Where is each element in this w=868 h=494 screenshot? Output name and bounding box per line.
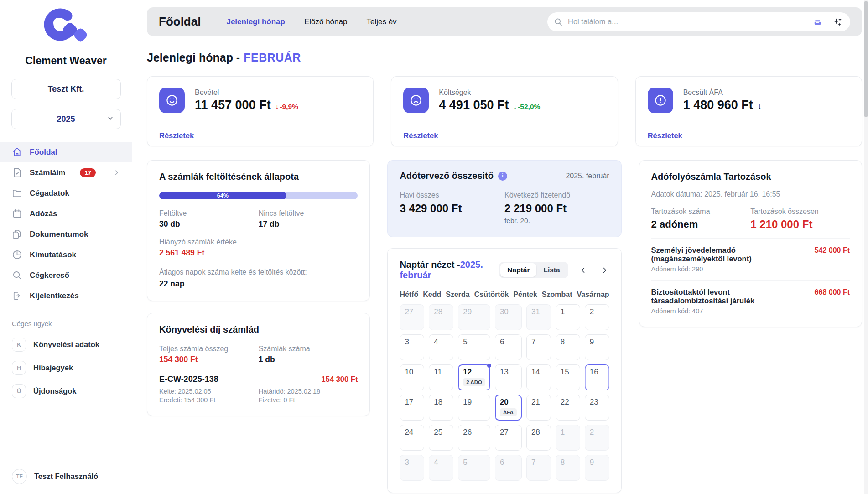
calendar-day-cell[interactable]: 27 xyxy=(495,425,522,451)
alert-circle-icon xyxy=(648,88,673,113)
sidebar-item-cegkereso[interactable]: Cégkereső xyxy=(0,265,132,286)
calendar-day-cell[interactable]: 24 xyxy=(400,425,424,451)
calendar-day-cell[interactable]: 2 xyxy=(585,425,609,451)
chevron-right-icon[interactable] xyxy=(600,265,609,275)
calendar-day-cell[interactable]: 23 xyxy=(585,395,609,421)
details-link[interactable]: Részletek xyxy=(159,131,194,140)
tab-jelenlegi-honap[interactable]: Jelenlegi hónap xyxy=(226,17,285,26)
sidebar: Clement Weaver Teszt Kft. 2025 Főoldal xyxy=(0,0,132,494)
calendar-day-cell[interactable]: 14 xyxy=(526,364,551,390)
calendar-day-cell[interactable]: 3 xyxy=(400,334,424,360)
chevron-left-icon[interactable] xyxy=(578,265,588,275)
sidebar-item-kijelentkezes[interactable]: Kijelentkezés xyxy=(0,286,132,306)
main-content: Főoldal Jelenlegi hónap Előző hónap Telj… xyxy=(132,0,868,494)
sidebar-item-hibajegyek[interactable]: H Hibajegyek xyxy=(0,356,132,380)
sparkles-icon[interactable] xyxy=(832,16,843,27)
sidebar-item-dokumentumok[interactable]: Dokumentumok xyxy=(0,224,132,244)
calendar-day-cell[interactable]: 1 xyxy=(556,425,580,451)
letter-u-icon: Ú xyxy=(12,384,26,398)
company-selector[interactable]: Teszt Kft. xyxy=(11,79,121,99)
details-link[interactable]: Részletek xyxy=(648,131,682,140)
calendar-day-cell[interactable]: 27 xyxy=(400,304,424,330)
calendar-day-cell[interactable]: 20 ÁFA xyxy=(495,395,522,421)
calendar-event-badge: 2 ADÓ xyxy=(463,378,485,386)
calendar-day-cell[interactable]: 8 xyxy=(556,455,580,481)
calendar-day-cell[interactable]: 28 xyxy=(429,304,453,330)
stat-card-becsult-afa: Becsült ÁFA 1 480 960 Ft ↓ Részletek xyxy=(635,76,862,146)
invoice-paid: Fizetve: 0 Ft xyxy=(259,396,358,404)
arrow-down-icon: ↓ xyxy=(513,103,517,111)
calendar-day-cell[interactable]: 12 2 ADÓ xyxy=(458,364,490,390)
invoice-row[interactable]: E-CW-2025-138 154 300 Ft xyxy=(159,374,358,384)
calendar-day-cell[interactable]: 9 xyxy=(585,334,609,360)
calendar-day-cell[interactable]: 7 xyxy=(526,455,551,481)
search-input[interactable] xyxy=(568,17,812,26)
calendar-day-cell[interactable]: 31 xyxy=(526,304,551,330)
sidebar-item-label: Cégkereső xyxy=(30,271,69,280)
calendar-day-cell[interactable]: 4 xyxy=(429,334,453,360)
calendar-day-cell[interactable]: 15 xyxy=(556,364,580,390)
inbox-tray-icon[interactable] xyxy=(812,16,823,27)
calendar-day-cell[interactable]: 11 xyxy=(429,364,453,390)
sidebar-item-kimutatasok[interactable]: Kimutatások xyxy=(0,244,132,265)
calendar-day-cell[interactable]: 16 xyxy=(585,364,609,390)
stat-label: Költségek xyxy=(439,88,540,97)
calendar-grid: 27 28 29 30 xyxy=(400,304,609,481)
year-selector[interactable]: 2025 xyxy=(11,109,121,129)
sidebar-item-fooldal[interactable]: Főoldal xyxy=(0,142,132,162)
calendar-day-cell[interactable]: 19 xyxy=(458,395,490,421)
toggle-naptar[interactable]: Naptár xyxy=(500,263,536,277)
calendar-day-number: 27 xyxy=(500,428,517,437)
stat-value: 1 480 960 Ft xyxy=(683,98,753,112)
calendar-day-cell[interactable]: 30 xyxy=(495,304,522,330)
debt-amount: 542 000 Ft xyxy=(815,246,850,255)
calendar-day-number: 18 xyxy=(434,398,448,407)
details-link[interactable]: Részletek xyxy=(403,131,438,140)
calendar-day-cell[interactable]: 22 xyxy=(556,395,580,421)
calendar-day-cell[interactable]: 6 xyxy=(495,455,522,481)
sidebar-item-konyvelesi-adatok[interactable]: K Könyvelési adatok xyxy=(0,333,132,356)
calendar-day-cell[interactable]: 8 xyxy=(556,334,580,360)
scrollbar-thumb[interactable] xyxy=(864,1,868,117)
tab-teljes-ev[interactable]: Teljes év xyxy=(366,17,396,26)
pie-chart-icon xyxy=(12,250,22,260)
invoice-original: Eredeti: 154 300 Ft xyxy=(159,396,259,404)
calendar-day-cell[interactable]: 25 xyxy=(429,425,453,451)
calendar-day-cell[interactable]: 21 xyxy=(526,395,551,421)
calendar-day-number: 2 xyxy=(590,428,604,437)
info-icon[interactable]: i xyxy=(498,172,507,181)
calendar-day-cell[interactable]: 4 xyxy=(429,455,453,481)
calendar-day-cell[interactable]: 10 xyxy=(400,364,424,390)
sidebar-item-szamlaim[interactable]: Számláim 17 xyxy=(0,162,132,183)
calendar-day-cell[interactable]: 9 xyxy=(585,455,609,481)
monthly-total-stat: Havi összes 3 429 000 Ft xyxy=(400,191,504,225)
sidebar-item-ujdonsagok[interactable]: Ú Újdonságok xyxy=(0,380,132,403)
calendar-day-number: 3 xyxy=(405,458,419,467)
calendar-day-cell[interactable]: 28 xyxy=(526,425,551,451)
calendar-day-number: 1 xyxy=(561,428,575,437)
calendar-day-cell[interactable]: 3 xyxy=(400,455,424,481)
stat-card-koltsegek: Költségek 4 491 050 Ft ↓-52,0% Részletek xyxy=(391,76,618,146)
toggle-lista[interactable]: Lista xyxy=(536,263,567,277)
sidebar-item-adozas[interactable]: Adózás xyxy=(0,203,132,224)
calendar-day-cell[interactable]: 6 xyxy=(495,334,522,360)
calendar-day-cell[interactable]: 29 xyxy=(458,304,490,330)
page-scrollbar[interactable] xyxy=(864,0,868,494)
calendar-day-cell[interactable]: 18 xyxy=(429,395,453,421)
card-title: A számlák feltöltésének állapota xyxy=(159,172,358,182)
calendar-day-cell[interactable]: 26 xyxy=(458,425,490,451)
calendar-day-cell[interactable]: 17 xyxy=(400,395,424,421)
calendar-day-cell[interactable]: 13 xyxy=(495,364,522,390)
search-bar[interactable] xyxy=(547,12,850,31)
tab-elozo-honap[interactable]: Előző hónap xyxy=(304,17,348,26)
sidebar-item-cegadatok[interactable]: Cégadatok xyxy=(0,183,132,203)
user-profile[interactable]: TF Teszt Felhasználó xyxy=(0,461,132,494)
calendar-day-cell[interactable]: 1 xyxy=(556,304,580,330)
search-icon xyxy=(554,17,563,26)
app-root: Clement Weaver Teszt Kft. 2025 Főoldal xyxy=(0,0,868,494)
calendar-day-cell[interactable]: 5 xyxy=(458,334,490,360)
calendar-day-cell[interactable]: 5 xyxy=(458,455,490,481)
calendar-day-number: 28 xyxy=(531,428,546,437)
calendar-day-cell[interactable]: 2 xyxy=(585,304,609,330)
calendar-day-cell[interactable]: 7 xyxy=(526,334,551,360)
